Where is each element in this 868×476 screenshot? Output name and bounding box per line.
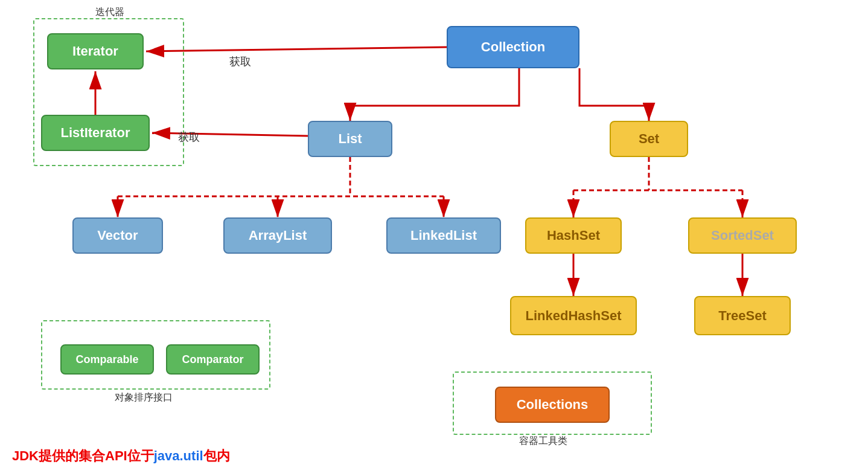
- sortedset-node: SortedSet: [688, 217, 797, 254]
- vector-label: Vector: [97, 228, 138, 243]
- set-label: Set: [639, 131, 659, 147]
- collections-label: Collections: [517, 397, 589, 413]
- svg-line-2: [146, 47, 447, 51]
- linkedlist-label: LinkedList: [410, 228, 477, 243]
- jdk-label: JDK提供的集合API位于java.util包内: [12, 447, 230, 465]
- treeset-node: TreeSet: [694, 296, 791, 335]
- set-node: Set: [610, 121, 688, 157]
- vector-node: Vector: [72, 217, 163, 254]
- get2-label: 获取: [178, 130, 200, 144]
- comparator-node: Comparator: [166, 344, 260, 375]
- iterator-label: Iterator: [72, 43, 118, 59]
- hashset-label: HashSet: [547, 228, 600, 243]
- treeset-label: TreeSet: [718, 308, 767, 324]
- collections-node: Collections: [495, 387, 610, 423]
- list-node: List: [308, 121, 392, 157]
- arraylist-node: ArrayList: [223, 217, 332, 254]
- collection-node: Collection: [447, 26, 579, 68]
- sorting-label: 对象排序接口: [115, 391, 173, 404]
- collections-box-label: 容器工具类: [519, 435, 567, 448]
- diagram: Collection Iterator ListIterator List Se…: [0, 0, 868, 476]
- list-label: List: [338, 131, 362, 147]
- hashset-node: HashSet: [525, 217, 622, 254]
- comparable-node: Comparable: [60, 344, 154, 375]
- jdk-text: JDK提供的集合API位于: [12, 448, 154, 463]
- arraylist-label: ArrayList: [249, 228, 307, 243]
- linkedlist-node: LinkedList: [386, 217, 501, 254]
- iterator-box-label: 迭代器: [95, 6, 124, 19]
- sortedset-label: SortedSet: [711, 228, 774, 243]
- linkedhashset-label: LinkedHashSet: [526, 308, 622, 324]
- collection-label: Collection: [481, 39, 545, 55]
- iterator-node: Iterator: [47, 33, 144, 69]
- jdk-blue-text: java.util: [154, 448, 203, 463]
- listiterator-label: ListIterator: [61, 125, 130, 141]
- get1-label: 获取: [229, 54, 251, 69]
- comparator-label: Comparator: [182, 353, 243, 366]
- comparable-label: Comparable: [75, 353, 138, 366]
- listiterator-node: ListIterator: [41, 115, 150, 151]
- linkedhashset-node: LinkedHashSet: [510, 296, 637, 335]
- jdk-end-text: 包内: [203, 448, 230, 463]
